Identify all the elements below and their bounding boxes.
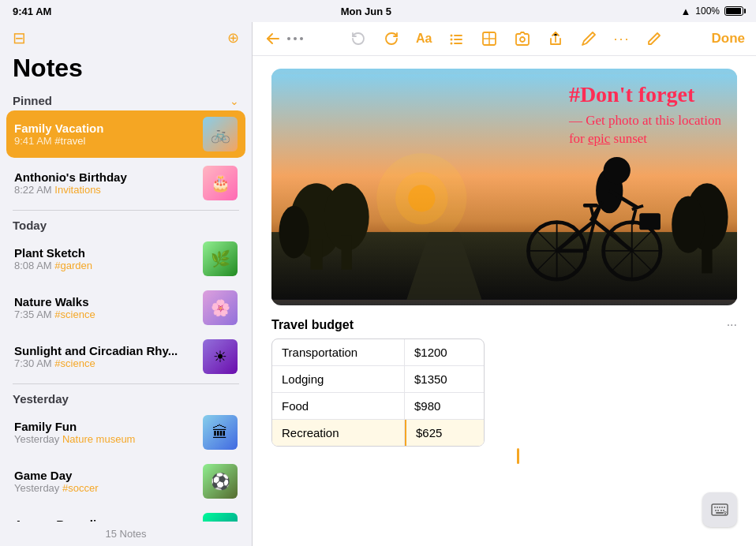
main-container: ⊟ ⊕ Notes Pinned ⌄ Family Vacation 9:41 … bbox=[0, 22, 756, 546]
battery-percent: 100% bbox=[695, 6, 720, 17]
note-time: 8:22 AM bbox=[14, 184, 52, 196]
note-thumbnail-familyfun: 🏛 bbox=[203, 415, 238, 450]
budget-value-food: $980 bbox=[405, 393, 484, 419]
text-format-button[interactable]: Aa bbox=[414, 30, 433, 47]
note-item-sunlight[interactable]: Sunlight and Circadian Rhy... 7:30 AM #s… bbox=[6, 333, 245, 380]
back-button[interactable] bbox=[262, 28, 283, 49]
sidebar-toggle-icon[interactable]: ⊟ bbox=[13, 28, 26, 47]
svg-point-3 bbox=[451, 39, 453, 41]
note-item-birthday[interactable]: Anthonio's Birthday 8:22 AM Invitations … bbox=[6, 159, 245, 207]
svg-rect-17 bbox=[310, 240, 322, 270]
dot-1 bbox=[287, 37, 290, 40]
note-thumbnail-vacation: 🚲 bbox=[203, 117, 238, 151]
battery-icon bbox=[724, 6, 743, 16]
sidebar: ⊟ ⊕ Notes Pinned ⌄ Family Vacation 9:41 … bbox=[0, 22, 253, 546]
share-button[interactable] bbox=[545, 28, 566, 49]
divider-2 bbox=[13, 383, 239, 384]
note-tag: #garden bbox=[54, 260, 92, 271]
budget-label-lodging: Lodging bbox=[272, 366, 405, 392]
note-item-family-fun[interactable]: Family Fun Yesterday Nature museum 🏛 bbox=[6, 409, 245, 456]
thumb-familyfun-icon: 🏛 bbox=[212, 424, 228, 442]
note-item-game-day[interactable]: Game Day Yesterday #soccer ⚽ bbox=[6, 458, 245, 505]
note-thumbnail-nature: 🌸 bbox=[203, 290, 238, 325]
svg-point-48 bbox=[672, 196, 705, 252]
section-yesterday-label: Yesterday bbox=[13, 392, 69, 406]
svg-point-5 bbox=[451, 43, 453, 45]
active-row-marker bbox=[517, 448, 519, 464]
section-pinned-header: Pinned ⌄ bbox=[6, 89, 245, 110]
note-tag: #science bbox=[54, 357, 95, 369]
note-time: 7:35 AM bbox=[14, 309, 52, 320]
wifi-icon: ▲ bbox=[680, 6, 691, 17]
toolbar-left bbox=[262, 28, 283, 49]
note-item-birthday-content: Anthonio's Birthday 8:22 AM Invitations bbox=[14, 170, 196, 196]
svg-point-41 bbox=[604, 157, 631, 184]
sidebar-title: Notes bbox=[0, 50, 252, 89]
note-item-plant-sketch[interactable]: Plant Sketch 8:08 AM #garden 🌿 bbox=[6, 235, 245, 282]
svg-point-20 bbox=[279, 206, 309, 259]
budget-row-food: Food $980 bbox=[272, 393, 484, 420]
budget-menu-icon[interactable]: ··· bbox=[727, 318, 737, 332]
note-item-sunlight-content: Sunlight and Circadian Rhy... 7:30 AM #s… bbox=[14, 344, 196, 369]
status-bar: 9:41 AM Mon Jun 5 ▲ 100% bbox=[0, 0, 756, 22]
note-time: 8:08 AM bbox=[14, 260, 52, 271]
section-today-header: Today bbox=[6, 214, 245, 235]
note-tag: #science bbox=[54, 309, 95, 320]
svg-rect-37 bbox=[583, 204, 598, 208]
keyboard-button[interactable] bbox=[702, 492, 737, 527]
thumb-bike-icon: 🚲 bbox=[211, 125, 230, 144]
budget-value-recreation: $625 bbox=[405, 420, 484, 446]
note-item-subtitle: 7:35 AM #science bbox=[14, 309, 196, 320]
note-item-subtitle: Yesterday Nature museum bbox=[14, 433, 196, 445]
status-right: ▲ 100% bbox=[680, 6, 743, 17]
note-time: 9:41 AM bbox=[14, 135, 52, 147]
note-tag: Nature museum bbox=[62, 433, 135, 445]
note-content: #Don't forget — Get photo at this locati… bbox=[253, 56, 756, 546]
thumb-birthday-icon: 🎂 bbox=[211, 174, 230, 193]
note-item-aurora[interactable]: Aurora Borealis Yesterday Collision with… bbox=[6, 507, 245, 522]
svg-rect-19 bbox=[342, 236, 352, 270]
edit-button[interactable] bbox=[644, 28, 664, 49]
right-panel: Aa bbox=[253, 22, 756, 546]
undo-button[interactable] bbox=[348, 28, 369, 49]
sidebar-menu-icon[interactable]: ⊕ bbox=[227, 29, 239, 47]
done-button[interactable]: Done bbox=[710, 29, 747, 48]
svg-rect-45 bbox=[639, 213, 661, 230]
more-button[interactable]: ··· bbox=[612, 29, 631, 49]
note-item-title: Family Fun bbox=[14, 420, 196, 433]
note-item-nature-walks[interactable]: Nature Walks 7:35 AM #science 🌸 bbox=[6, 284, 245, 331]
note-item-subtitle: 9:41 AM #travel bbox=[14, 135, 196, 147]
note-item-family-vacation[interactable]: Family Vacation 9:41 AM #travel 🚲 bbox=[6, 110, 245, 158]
dot-2 bbox=[294, 37, 297, 40]
note-item-title: Sunlight and Circadian Rhy... bbox=[14, 344, 196, 357]
handwritten-underline: epic bbox=[588, 131, 610, 146]
handwritten-subtitle: — Get photo at this location for epic su… bbox=[569, 111, 721, 149]
budget-row-lodging: Lodging $1350 bbox=[272, 366, 484, 393]
note-item-family-vacation-content: Family Vacation 9:41 AM #travel bbox=[14, 122, 196, 147]
note-photo: #Don't forget — Get photo at this locati… bbox=[271, 69, 737, 305]
budget-table: Transportation $1200 Lodging $1350 Food … bbox=[271, 338, 485, 447]
svg-point-60 bbox=[724, 513, 726, 514]
toolbar: Aa bbox=[253, 22, 756, 56]
pinned-chevron-icon[interactable]: ⌄ bbox=[230, 95, 239, 107]
budget-label-transportation: Transportation bbox=[272, 339, 405, 365]
budget-label-food: Food bbox=[272, 393, 405, 419]
camera-button[interactable] bbox=[512, 28, 533, 49]
svg-point-10 bbox=[520, 37, 525, 42]
pen-button[interactable] bbox=[578, 28, 599, 49]
section-pinned-label: Pinned bbox=[13, 94, 52, 107]
note-item-title: Plant Sketch bbox=[14, 246, 196, 260]
thumb-sunlight-icon: ☀ bbox=[213, 347, 227, 366]
note-tag: #soccer bbox=[62, 482, 99, 494]
notes-list: Pinned ⌄ Family Vacation 9:41 AM #travel… bbox=[0, 89, 252, 522]
note-item-title: Nature Walks bbox=[14, 295, 196, 309]
thumb-nature-icon: 🌸 bbox=[211, 298, 230, 317]
note-item-title: Anthonio's Birthday bbox=[14, 170, 196, 184]
table-button[interactable] bbox=[479, 28, 500, 49]
budget-value-transportation: $1200 bbox=[405, 339, 484, 365]
redo-button[interactable] bbox=[381, 28, 402, 49]
list-button[interactable] bbox=[446, 28, 466, 49]
note-item-subtitle: 8:08 AM #garden bbox=[14, 260, 196, 271]
budget-row-recreation: Recreation $625 bbox=[272, 420, 484, 446]
svg-rect-47 bbox=[702, 236, 712, 274]
